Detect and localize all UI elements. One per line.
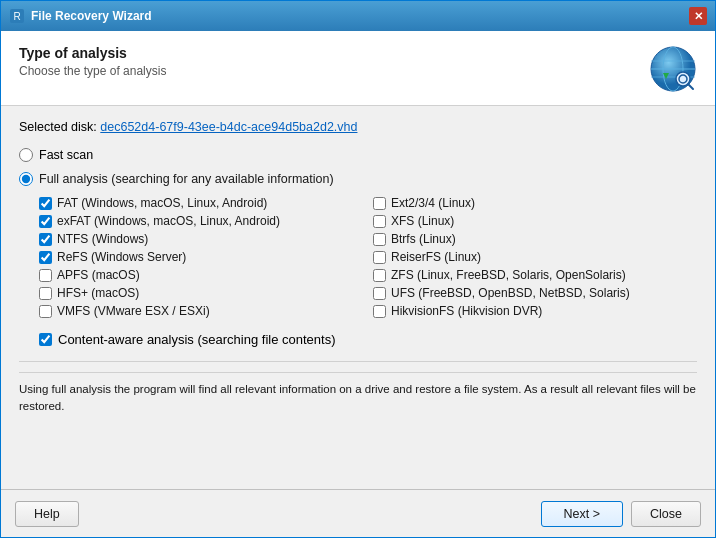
- fs-refs[interactable]: ReFS (Windows Server): [39, 250, 363, 264]
- fs-fat-checkbox[interactable]: [39, 197, 52, 210]
- close-button[interactable]: Close: [631, 501, 701, 527]
- footer: Help Next > Close: [1, 489, 715, 537]
- header-section: Type of analysis Choose the type of anal…: [1, 31, 715, 106]
- separator: [19, 361, 697, 362]
- page-title: Type of analysis: [19, 45, 166, 61]
- content-aware-label: Content-aware analysis (searching file c…: [58, 332, 335, 347]
- fs-vmfs[interactable]: VMFS (VMware ESX / ESXi): [39, 304, 363, 318]
- info-text: Using full analysis the program will fin…: [19, 372, 697, 424]
- main-area: Selected disk: dec652d4-67f9-43ee-b4dc-a…: [1, 106, 715, 489]
- fs-vmfs-checkbox[interactable]: [39, 305, 52, 318]
- svg-line-9: [688, 84, 693, 89]
- full-analysis-option[interactable]: Full analysis (searching for any availab…: [19, 172, 697, 186]
- fs-xfs[interactable]: XFS (Linux): [373, 214, 697, 228]
- header-text: Type of analysis Choose the type of anal…: [19, 45, 166, 78]
- close-window-button[interactable]: ✕: [689, 7, 707, 25]
- fs-ext-checkbox[interactable]: [373, 197, 386, 210]
- help-button[interactable]: Help: [15, 501, 79, 527]
- fs-hikvision-checkbox[interactable]: [373, 305, 386, 318]
- fs-fat[interactable]: FAT (Windows, macOS, Linux, Android): [39, 196, 363, 210]
- selected-disk-row: Selected disk: dec652d4-67f9-43ee-b4dc-a…: [19, 120, 697, 134]
- fs-ufs-checkbox[interactable]: [373, 287, 386, 300]
- page-subtitle: Choose the type of analysis: [19, 64, 166, 78]
- fs-reiserfs-checkbox[interactable]: [373, 251, 386, 264]
- title-bar-label: File Recovery Wizard: [31, 9, 683, 23]
- fast-scan-option[interactable]: Fast scan: [19, 148, 697, 162]
- filesystem-grid: FAT (Windows, macOS, Linux, Android) Ext…: [39, 196, 697, 318]
- fs-zfs-checkbox[interactable]: [373, 269, 386, 282]
- fast-scan-label: Fast scan: [39, 148, 93, 162]
- next-button[interactable]: Next >: [541, 501, 623, 527]
- selected-disk-label: Selected disk:: [19, 120, 97, 134]
- fs-btrfs[interactable]: Btrfs (Linux): [373, 232, 697, 246]
- fs-ntfs-checkbox[interactable]: [39, 233, 52, 246]
- fs-reiserfs[interactable]: ReiserFS (Linux): [373, 250, 697, 264]
- fs-ufs[interactable]: UFS (FreeBSD, OpenBSD, NetBSD, Solaris): [373, 286, 697, 300]
- app-icon: R: [9, 8, 25, 24]
- selected-disk-value[interactable]: dec652d4-67f9-43ee-b4dc-ace94d5ba2d2.vhd: [100, 120, 357, 134]
- footer-left: Help: [15, 501, 79, 527]
- fs-apfs-checkbox[interactable]: [39, 269, 52, 282]
- fast-scan-radio[interactable]: [19, 148, 33, 162]
- fs-hfsplus-checkbox[interactable]: [39, 287, 52, 300]
- fs-hfsplus[interactable]: HFS+ (macOS): [39, 286, 363, 300]
- fs-apfs[interactable]: APFS (macOS): [39, 268, 363, 282]
- content-aware-option[interactable]: Content-aware analysis (searching file c…: [39, 332, 697, 347]
- fs-exfat[interactable]: exFAT (Windows, macOS, Linux, Android): [39, 214, 363, 228]
- fs-zfs[interactable]: ZFS (Linux, FreeBSD, Solaris, OpenSolari…: [373, 268, 697, 282]
- fs-btrfs-checkbox[interactable]: [373, 233, 386, 246]
- fs-hikvision[interactable]: HikvisionFS (Hikvision DVR): [373, 304, 697, 318]
- title-bar: R File Recovery Wizard ✕: [1, 1, 715, 31]
- full-analysis-radio[interactable]: [19, 172, 33, 186]
- content-aware-checkbox[interactable]: [39, 333, 52, 346]
- app-logo-icon: [649, 45, 697, 93]
- fs-xfs-checkbox[interactable]: [373, 215, 386, 228]
- fs-refs-checkbox[interactable]: [39, 251, 52, 264]
- footer-right: Next > Close: [541, 501, 701, 527]
- fs-exfat-checkbox[interactable]: [39, 215, 52, 228]
- fs-ntfs[interactable]: NTFS (Windows): [39, 232, 363, 246]
- main-window: R File Recovery Wizard ✕ Type of analysi…: [0, 0, 716, 538]
- fs-ext[interactable]: Ext2/3/4 (Linux): [373, 196, 697, 210]
- svg-text:R: R: [13, 11, 20, 22]
- full-analysis-label: Full analysis (searching for any availab…: [39, 172, 334, 186]
